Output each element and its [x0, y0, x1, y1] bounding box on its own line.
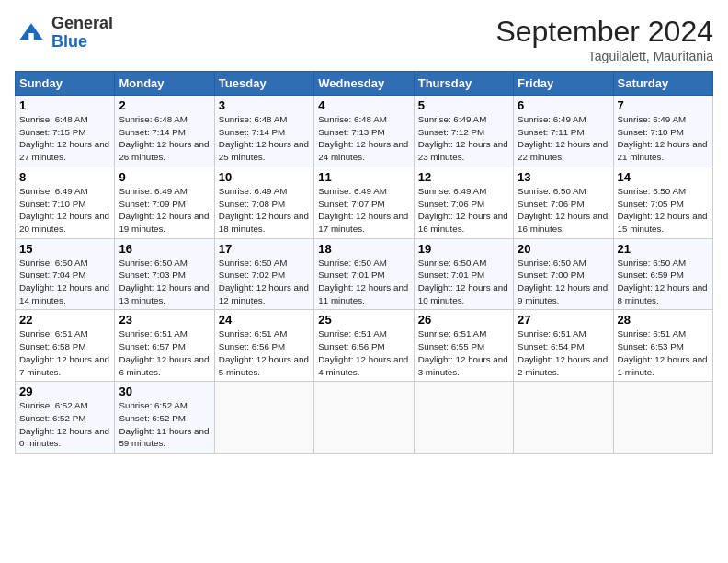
svg-rect-1: [28, 33, 33, 41]
calendar-cell: 18 Sunrise: 6:50 AMSunset: 7:01 PMDaylig…: [314, 238, 414, 310]
calendar-cell: [314, 382, 414, 454]
day-of-week-header: Wednesday: [314, 72, 414, 96]
calendar-cell: 6 Sunrise: 6:49 AMSunset: 7:11 PMDayligh…: [514, 96, 613, 167]
day-number: 29: [19, 385, 110, 398]
day-number: 16: [119, 242, 210, 256]
day-number: 20: [518, 242, 609, 256]
calendar-cell: 27 Sunrise: 6:51 AMSunset: 6:54 PMDaylig…: [514, 310, 613, 382]
day-info: Sunrise: 6:48 AMSunset: 7:14 PMDaylight:…: [219, 114, 309, 162]
day-number: 27: [518, 313, 609, 327]
day-info: Sunrise: 6:52 AMSunset: 6:52 PMDaylight:…: [119, 400, 209, 448]
day-info: Sunrise: 6:49 AMSunset: 7:07 PMDaylight:…: [318, 186, 408, 234]
day-number: 22: [19, 313, 110, 327]
day-info: Sunrise: 6:49 AMSunset: 7:10 PMDaylight:…: [19, 186, 109, 234]
day-number: 30: [119, 385, 210, 398]
day-number: 28: [618, 313, 709, 327]
day-number: 6: [518, 98, 609, 112]
day-info: Sunrise: 6:51 AMSunset: 6:58 PMDaylight:…: [19, 328, 109, 376]
day-number: 26: [418, 313, 509, 327]
calendar-cell: 30 Sunrise: 6:52 AMSunset: 6:52 PMDaylig…: [115, 382, 214, 454]
day-number: 21: [618, 242, 709, 256]
day-number: 18: [318, 242, 409, 256]
day-number: 19: [418, 242, 509, 256]
calendar-cell: 26 Sunrise: 6:51 AMSunset: 6:55 PMDaylig…: [414, 310, 513, 382]
day-info: Sunrise: 6:50 AMSunset: 7:01 PMDaylight:…: [418, 258, 508, 305]
day-info: Sunrise: 6:51 AMSunset: 6:55 PMDaylight:…: [418, 328, 508, 376]
day-info: Sunrise: 6:49 AMSunset: 7:12 PMDaylight:…: [418, 114, 508, 162]
day-info: Sunrise: 6:50 AMSunset: 7:03 PMDaylight:…: [119, 258, 209, 305]
month-title: September 2024: [495, 15, 713, 49]
calendar-cell: [214, 382, 313, 454]
calendar-cell: 28 Sunrise: 6:51 AMSunset: 6:53 PMDaylig…: [613, 310, 712, 382]
location: Taguilalett, Mauritania: [495, 49, 713, 63]
day-info: Sunrise: 6:50 AMSunset: 7:02 PMDaylight:…: [219, 258, 309, 305]
calendar-cell: 11 Sunrise: 6:49 AMSunset: 7:07 PMDaylig…: [314, 167, 414, 238]
calendar-cell: 3 Sunrise: 6:48 AMSunset: 7:14 PMDayligh…: [214, 96, 313, 167]
day-of-week-header: Monday: [115, 72, 214, 96]
day-number: 10: [219, 170, 310, 184]
day-info: Sunrise: 6:48 AMSunset: 7:13 PMDaylight:…: [318, 114, 408, 162]
day-of-week-header: Thursday: [414, 72, 513, 96]
day-number: 4: [318, 98, 409, 112]
day-number: 7: [618, 98, 709, 112]
calendar-table: SundayMondayTuesdayWednesdayThursdayFrid…: [15, 71, 713, 454]
page-header: General Blue September 2024 Taguilalett,…: [15, 15, 713, 63]
day-info: Sunrise: 6:52 AMSunset: 6:52 PMDaylight:…: [19, 400, 109, 448]
day-number: 11: [318, 170, 409, 184]
day-number: 15: [19, 242, 110, 256]
calendar-cell: 10 Sunrise: 6:49 AMSunset: 7:08 PMDaylig…: [214, 167, 313, 238]
day-info: Sunrise: 6:48 AMSunset: 7:15 PMDaylight:…: [19, 114, 109, 162]
day-info: Sunrise: 6:50 AMSunset: 6:59 PMDaylight:…: [618, 258, 708, 305]
calendar-cell: 16 Sunrise: 6:50 AMSunset: 7:03 PMDaylig…: [115, 238, 214, 310]
day-info: Sunrise: 6:50 AMSunset: 7:01 PMDaylight:…: [318, 258, 408, 305]
day-number: 25: [318, 313, 409, 327]
day-number: 3: [219, 98, 310, 112]
day-of-week-header: Sunday: [16, 72, 115, 96]
day-number: 8: [19, 170, 110, 184]
day-info: Sunrise: 6:49 AMSunset: 7:11 PMDaylight:…: [518, 114, 608, 162]
calendar-cell: 25 Sunrise: 6:51 AMSunset: 6:56 PMDaylig…: [314, 310, 414, 382]
calendar-cell: 1 Sunrise: 6:48 AMSunset: 7:15 PMDayligh…: [16, 96, 115, 167]
calendar-cell: 2 Sunrise: 6:48 AMSunset: 7:14 PMDayligh…: [115, 96, 214, 167]
day-info: Sunrise: 6:51 AMSunset: 6:56 PMDaylight:…: [219, 328, 309, 376]
day-info: Sunrise: 6:49 AMSunset: 7:09 PMDaylight:…: [119, 186, 209, 234]
calendar-cell: 7 Sunrise: 6:49 AMSunset: 7:10 PMDayligh…: [613, 96, 712, 167]
day-info: Sunrise: 6:50 AMSunset: 7:04 PMDaylight:…: [19, 258, 109, 305]
day-number: 5: [418, 98, 509, 112]
calendar-cell: 15 Sunrise: 6:50 AMSunset: 7:04 PMDaylig…: [16, 238, 115, 310]
calendar-cell: 17 Sunrise: 6:50 AMSunset: 7:02 PMDaylig…: [214, 238, 313, 310]
day-number: 2: [119, 98, 210, 112]
calendar-cell: 23 Sunrise: 6:51 AMSunset: 6:57 PMDaylig…: [115, 310, 214, 382]
calendar-cell: 9 Sunrise: 6:49 AMSunset: 7:09 PMDayligh…: [115, 167, 214, 238]
day-number: 12: [418, 170, 509, 184]
day-of-week-header: Friday: [514, 72, 613, 96]
calendar-cell: [414, 382, 513, 454]
calendar-cell: 5 Sunrise: 6:49 AMSunset: 7:12 PMDayligh…: [414, 96, 513, 167]
logo: General Blue: [15, 15, 113, 52]
day-number: 23: [119, 313, 210, 327]
calendar-cell: 14 Sunrise: 6:50 AMSunset: 7:05 PMDaylig…: [613, 167, 712, 238]
day-info: Sunrise: 6:50 AMSunset: 7:00 PMDaylight:…: [518, 258, 608, 305]
calendar-cell: [514, 382, 613, 454]
day-info: Sunrise: 6:50 AMSunset: 7:05 PMDaylight:…: [618, 186, 708, 234]
day-info: Sunrise: 6:49 AMSunset: 7:06 PMDaylight:…: [418, 186, 508, 234]
day-info: Sunrise: 6:51 AMSunset: 6:57 PMDaylight:…: [119, 328, 209, 376]
day-info: Sunrise: 6:49 AMSunset: 7:08 PMDaylight:…: [219, 186, 309, 234]
day-info: Sunrise: 6:51 AMSunset: 6:56 PMDaylight:…: [318, 328, 408, 376]
calendar-cell: [613, 382, 712, 454]
day-number: 13: [518, 170, 609, 184]
logo-icon: [15, 17, 48, 50]
day-info: Sunrise: 6:49 AMSunset: 7:10 PMDaylight:…: [618, 114, 708, 162]
day-of-week-header: Saturday: [613, 72, 712, 96]
day-number: 14: [618, 170, 709, 184]
day-number: 17: [219, 242, 310, 256]
calendar-cell: 12 Sunrise: 6:49 AMSunset: 7:06 PMDaylig…: [414, 167, 513, 238]
calendar-cell: 21 Sunrise: 6:50 AMSunset: 6:59 PMDaylig…: [613, 238, 712, 310]
day-info: Sunrise: 6:50 AMSunset: 7:06 PMDaylight:…: [518, 186, 608, 234]
title-block: September 2024 Taguilalett, Mauritania: [495, 15, 713, 63]
day-number: 24: [219, 313, 310, 327]
calendar-cell: 13 Sunrise: 6:50 AMSunset: 7:06 PMDaylig…: [514, 167, 613, 238]
calendar-cell: 19 Sunrise: 6:50 AMSunset: 7:01 PMDaylig…: [414, 238, 513, 310]
day-number: 1: [19, 98, 110, 112]
day-info: Sunrise: 6:51 AMSunset: 6:54 PMDaylight:…: [518, 328, 608, 376]
